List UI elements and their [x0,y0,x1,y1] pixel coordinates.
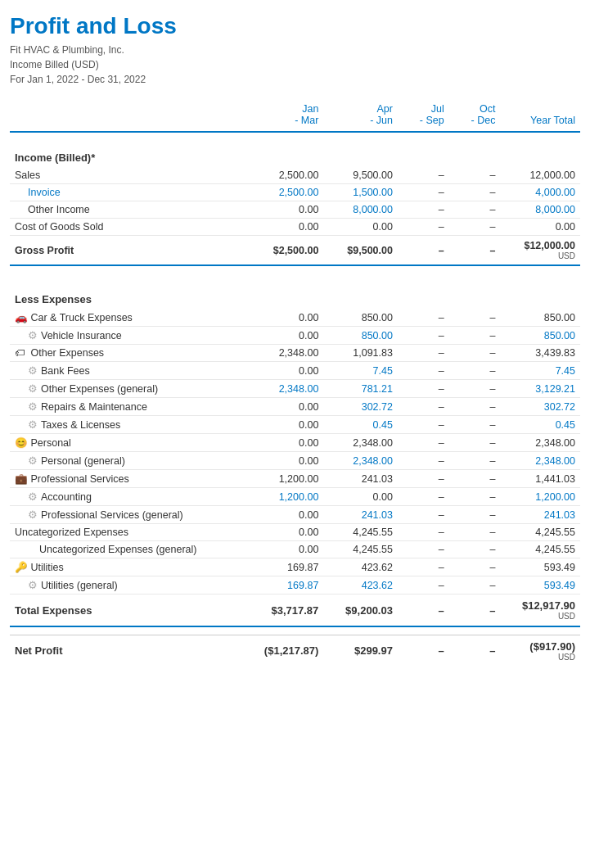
col-oct-dec: Oct - Dec [449,100,501,132]
tag-icon: 🏷 [15,347,28,359]
row-label-taxes-lic[interactable]: ⚙Taxes & Licenses [10,416,250,434]
row-label-utilities: 🔑 Utilities [10,558,250,576]
row-label-accounting[interactable]: ⚙Accounting [10,488,250,506]
row-label-other-income[interactable]: Other Income [10,201,250,219]
key-icon: 🔑 [15,561,28,573]
page-title: Profit and Loss [10,13,580,39]
less-expenses-header: Less Expenses [10,282,580,309]
row-label-uncategorized: Uncategorized Expenses [10,524,250,541]
table-row: ⚙Other Expenses (general) 2,348.00 781.2… [10,380,580,398]
row-label-bank-fees[interactable]: ⚙Bank Fees [10,362,250,380]
table-row: 💼 Professional Services 1,200.00 241.03 … [10,470,580,488]
table-row: ⚙Accounting 1,200.00 0.00 – – 1,200.00 [10,488,580,506]
table-row: 😊 Personal 0.00 2,348.00 – – 2,348.00 [10,434,580,452]
table-row: ⚙Vehicle Insurance 0.00 850.00 – – 850.0… [10,327,580,345]
table-row: ⚙Repairs & Maintenance 0.00 302.72 – – 3… [10,398,580,416]
table-header: Jan - Mar Apr - Jun Jul - Sep Oct - Dec … [10,100,580,132]
table-row: ⚙Professional Services (general) 0.00 24… [10,506,580,524]
col-jul-sep: Jul - Sep [398,100,449,132]
car-icon: 🚗 [15,311,28,323]
table-row: ⚙Personal (general) 0.00 2,348.00 – – 2,… [10,452,580,470]
table-row: Cost of Goods Sold 0.00 0.00 – – 0.00 [10,219,580,236]
col-jan-mar: Jan - Mar [250,100,324,132]
row-label-vehicle-ins[interactable]: ⚙Vehicle Insurance [10,327,250,345]
row-label-personal-gen[interactable]: ⚙Personal (general) [10,452,250,470]
table-row: ⚙Taxes & Licenses 0.00 0.45 – – 0.45 [10,416,580,434]
row-label-invoice[interactable]: Invoice [10,184,250,201]
table-row: ⚙Bank Fees 0.00 7.45 – – 7.45 [10,362,580,380]
table-row: 🏷 Other Expenses 2,348.00 1,091.83 – – 3… [10,345,580,362]
table-row: 🚗 Car & Truck Expenses 0.00 850.00 – – 8… [10,309,580,327]
table-row: ⚙Utilities (general) 169.87 423.62 – – 5… [10,576,580,594]
total-expenses-row: Total Expenses $3,717.87 $9,200.03 – – $… [10,594,580,627]
row-label-prof-svc: 💼 Professional Services [10,470,250,488]
table-row: 🔑 Utilities 169.87 423.62 – – 593.49 [10,558,580,576]
row-label-prof-svc-gen[interactable]: ⚙Professional Services (general) [10,506,250,524]
gross-profit-row: Gross Profit $2,500.00 $9,500.00 – – $12… [10,236,580,266]
net-profit-row: Net Profit ($1,217.87) $299.97 – – ($917… [10,635,580,667]
subtitle: Fit HVAC & Plumbing, Inc. Income Billed … [10,43,580,87]
row-label-cogs: Cost of Goods Sold [10,219,250,236]
row-label-personal: 😊 Personal [10,434,250,452]
col-year-total: Year Total [500,100,580,132]
row-label-uncategorized-gen[interactable]: Uncategorized Expenses (general) [10,541,250,558]
table-row: Uncategorized Expenses 0.00 4,245.55 – –… [10,524,580,541]
row-label-other-exp: 🏷 Other Expenses [10,345,250,362]
row-label-sales: Sales [10,167,250,184]
table-row: Invoice 2,500.00 1,500.00 – – 4,000.00 [10,184,580,201]
table-row: Other Income 0.00 8,000.00 – – 8,000.00 [10,201,580,219]
person-icon: 😊 [15,436,28,449]
briefcase-icon: 💼 [15,472,28,485]
report-table: Jan - Mar Apr - Jun Jul - Sep Oct - Dec … [10,100,580,667]
col-apr-jun: Apr - Jun [323,100,398,132]
row-label-other-exp-gen[interactable]: ⚙Other Expenses (general) [10,380,250,398]
row-label-utilities-gen[interactable]: ⚙Utilities (general) [10,576,250,594]
row-label-gross-profit: Gross Profit [10,236,250,266]
row-label-car-truck: 🚗 Car & Truck Expenses [10,309,250,327]
row-label-net-profit: Net Profit [10,635,250,667]
row-label-repairs[interactable]: ⚙Repairs & Maintenance [10,398,250,416]
income-section-header: Income (Billed)* [10,140,580,167]
table-row: Sales 2,500.00 9,500.00 – – 12,000.00 [10,167,580,184]
table-row: Uncategorized Expenses (general) 0.00 4,… [10,541,580,558]
row-label-total-expenses: Total Expenses [10,594,250,627]
